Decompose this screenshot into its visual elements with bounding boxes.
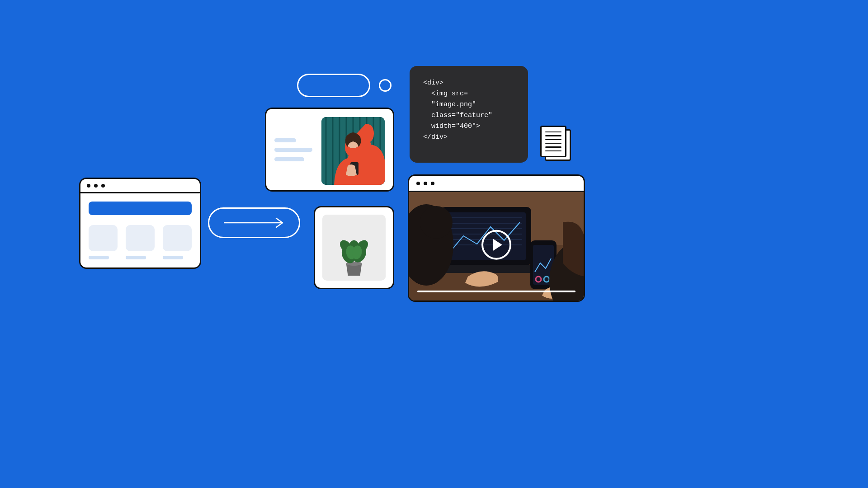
image-card — [314, 206, 394, 289]
skeleton-text-line — [274, 138, 296, 142]
skeleton-text-line — [274, 148, 312, 152]
profile-card — [265, 108, 394, 192]
window-dot-icon — [431, 182, 434, 185]
window-dot-icon — [87, 184, 90, 188]
video-thumbnail — [409, 192, 584, 300]
window-controls-bar — [80, 179, 200, 193]
wireframe-thumb — [126, 225, 155, 251]
decorative-pill-outline — [297, 74, 370, 97]
document-rule-line — [545, 135, 561, 136]
code-snippet-text: <div> <img src= "image.png" class="featu… — [423, 78, 514, 143]
document-stack-icon — [540, 126, 571, 161]
wireframe-text-line — [89, 256, 109, 259]
window-controls-bar — [409, 176, 584, 192]
document-rule-line — [545, 150, 561, 151]
code-snippet-panel: <div> <img src= "image.png" class="featu… — [410, 66, 528, 163]
arrow-right-icon — [220, 217, 288, 228]
arrow-right-pill — [208, 207, 300, 238]
wireframe-thumb — [163, 225, 192, 251]
wireframe-text-line — [163, 256, 183, 259]
illustration-stage: <div> <img src= "image.png" class="featu… — [0, 0, 694, 390]
wireframe-hero-bar — [89, 202, 192, 215]
wireframe-text-line — [126, 256, 146, 259]
plant-illustration — [322, 215, 386, 281]
document-rule-line — [545, 146, 561, 147]
profile-card-text — [274, 117, 314, 182]
window-dot-icon — [94, 184, 98, 188]
play-icon[interactable] — [481, 230, 511, 260]
wireframe-body — [80, 193, 200, 267]
skeleton-text-line — [274, 157, 304, 161]
decorative-circle-outline — [379, 79, 392, 92]
wireframe-card — [89, 225, 118, 259]
video-browser-window — [408, 174, 585, 302]
wireframe-card — [163, 225, 192, 259]
window-dot-icon — [416, 182, 420, 185]
svg-point-38 — [420, 206, 453, 239]
window-dot-icon — [101, 184, 105, 188]
wireframe-card — [126, 225, 155, 259]
document-rule-line — [545, 143, 561, 144]
wireframe-thumb — [89, 225, 118, 251]
video-progress-bar[interactable] — [417, 291, 576, 292]
profile-photo — [321, 117, 385, 185]
document-sheet-front — [540, 126, 566, 157]
wireframe-browser-window — [79, 178, 201, 269]
document-rule-line — [545, 139, 561, 140]
window-dot-icon — [424, 182, 427, 185]
document-rule-line — [545, 131, 561, 132]
wireframe-card-row — [89, 225, 192, 259]
